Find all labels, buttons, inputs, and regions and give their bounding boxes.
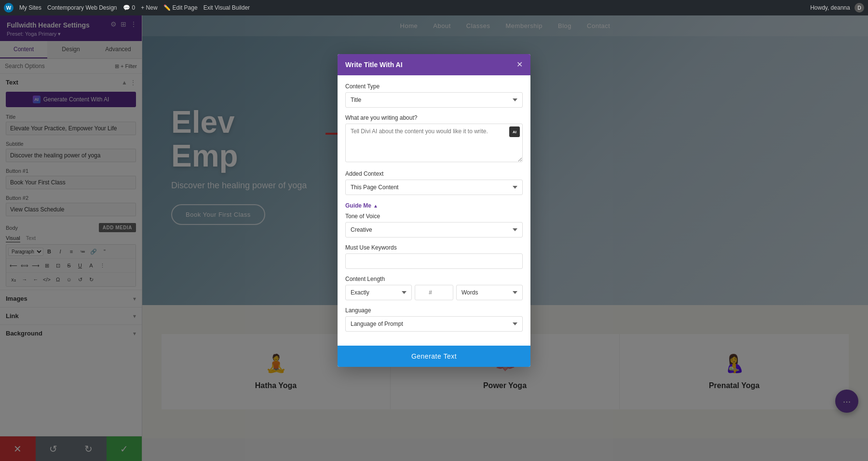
site-name-item[interactable]: Contemporary Web Design: [47, 4, 117, 11]
comments-item[interactable]: 💬 0: [123, 4, 136, 11]
added-context-field: Added Context This Page Content No Conte…: [345, 170, 523, 195]
content-length-label: Content Length: [345, 276, 523, 282]
comments-count: 0: [132, 4, 136, 11]
writing-about-label: What are you writing about?: [345, 114, 523, 121]
wp-logo-item[interactable]: W: [4, 3, 14, 13]
content-length-row: Exactly About At Least At Most Words Sen…: [345, 285, 523, 300]
modal-overlay: Write Title With AI ✕ Content Type Title…: [0, 15, 868, 461]
edit-page-label: Edit Page: [173, 4, 198, 11]
new-item[interactable]: + New: [141, 4, 157, 11]
length-unit-select[interactable]: Words Sentences Paragraphs: [456, 285, 523, 300]
modal-header: Write Title With AI ✕: [338, 54, 530, 75]
writing-about-textarea[interactable]: [345, 124, 523, 162]
admin-bar: W My Sites Contemporary Web Design 💬 0 +…: [0, 0, 868, 15]
edit-icon: ✏️: [163, 4, 171, 11]
content-length-field: Content Length Exactly About At Least At…: [345, 276, 523, 300]
keywords-label: Must Use Keywords: [345, 244, 523, 251]
my-sites-item[interactable]: My Sites: [19, 4, 41, 11]
avatar-icon: D: [854, 3, 864, 13]
language-field: Language Language of Prompt English Span…: [345, 307, 523, 332]
exit-builder-label: Exit Visual Builder: [203, 4, 250, 11]
length-type-select[interactable]: Exactly About At Least At Most: [345, 285, 412, 300]
new-label: + New: [141, 4, 157, 11]
writing-about-field: What are you writing about? AI: [345, 114, 523, 164]
content-type-field: Content Type Title Subtitle Body Descrip…: [345, 83, 523, 108]
language-select[interactable]: Language of Prompt English Spanish Frenc…: [345, 316, 523, 332]
keywords-field: Must Use Keywords: [345, 244, 523, 269]
tone-select[interactable]: Creative Professional Casual Formal Frie…: [345, 222, 523, 237]
language-label: Language: [345, 307, 523, 314]
added-context-select[interactable]: This Page Content No Context Custom Cont…: [345, 180, 523, 195]
tone-label: Tone of Voice: [345, 213, 523, 220]
guide-me-label: Guide Me: [345, 202, 371, 209]
write-title-modal: Write Title With AI ✕ Content Type Title…: [338, 54, 530, 367]
tone-field: Tone of Voice Creative Professional Casu…: [345, 213, 523, 237]
exit-builder-item[interactable]: Exit Visual Builder: [203, 4, 250, 11]
admin-bar-right: Howdy, deanna D: [810, 3, 864, 13]
content-type-select[interactable]: Title Subtitle Body Description: [345, 92, 523, 108]
modal-close-btn[interactable]: ✕: [516, 61, 523, 69]
modal-title: Write Title With AI: [345, 61, 403, 69]
ai-corner-icon: AI: [509, 126, 520, 137]
generate-text-btn[interactable]: Generate Text: [338, 346, 530, 367]
modal-body: Content Type Title Subtitle Body Descrip…: [338, 75, 530, 346]
howdy-label: Howdy, deanna: [810, 4, 850, 11]
wp-logo-icon: W: [4, 3, 14, 13]
length-number-input[interactable]: [415, 285, 453, 300]
site-name-label: Contemporary Web Design: [47, 4, 117, 11]
added-context-label: Added Context: [345, 170, 523, 177]
content-type-label: Content Type: [345, 83, 523, 90]
keywords-input[interactable]: [345, 253, 523, 269]
textarea-wrapper: AI: [345, 124, 523, 164]
my-sites-label: My Sites: [19, 4, 41, 11]
guide-me-arrow-icon: ▲: [373, 203, 378, 209]
edit-page-item[interactable]: ✏️ Edit Page: [163, 4, 198, 11]
comments-icon: 💬: [123, 4, 130, 11]
guide-me-link[interactable]: Guide Me ▲: [345, 202, 378, 209]
